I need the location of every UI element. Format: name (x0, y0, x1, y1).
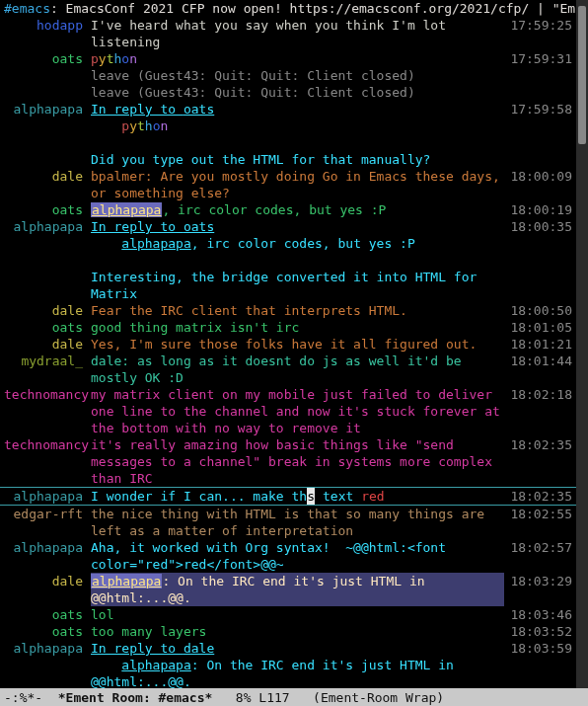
msg-row: hodapp I've heard what you say when you … (0, 17, 576, 50)
timestamp: 18:03:46 (504, 606, 572, 623)
topic-text: : EmacsConf 2021 CFP now open! https://e… (50, 0, 588, 17)
timestamp: 18:02:55 (504, 506, 572, 522)
msg-text: dale: as long as it doesnt do js as well… (91, 353, 504, 386)
msg-row: Did you type out the HTML for that manua… (0, 151, 576, 168)
python-word: python (91, 51, 137, 66)
mention[interactable]: alphapapa (91, 574, 162, 588)
system-row: leave (Guest43: Quit: Quit: Client close… (0, 84, 576, 101)
msg-text: too many layers (91, 623, 504, 640)
msg-text: bpalmer: Are you mostly doing Go in Emac… (91, 168, 504, 201)
timestamp: 18:03:52 (504, 623, 572, 640)
msg-text: Did you type out the HTML for that manua… (91, 151, 505, 168)
timestamp: 18:03:59 (504, 640, 572, 657)
msg-row: alphapapa In reply to oats 17:59:58 (0, 101, 576, 118)
msg-text: alphapapa: On the IRC end it's just HTML… (91, 657, 505, 688)
msg-row: alphapapa In reply to oats 18:00:35 (0, 218, 576, 235)
timestamp: 18:02:18 (504, 386, 572, 403)
modeline: -:%*- *Ement Room: #emacs* 8% L117 (Emen… (0, 688, 588, 706)
reply-target[interactable]: oats (184, 219, 214, 234)
nick: dale (4, 168, 91, 185)
mention-link[interactable]: alphapapa (121, 658, 190, 672)
msg-row: oats lol 18:03:46 (0, 606, 576, 623)
timestamp: 18:01:21 (504, 336, 572, 353)
msg-row: technomancy it's really amazing how basi… (0, 436, 576, 487)
msg-row: alphapapa, irc color codes, but yes :P (0, 235, 576, 252)
msg-row: alphapapa In reply to dale 18:03:59 (0, 640, 576, 657)
msg-text: Yes, I'm sure those folks have it all fi… (91, 336, 504, 353)
msg-text: In reply to oats (91, 101, 504, 118)
reply-target[interactable]: dale (184, 641, 214, 656)
timestamp: 18:00:09 (504, 168, 572, 185)
header-bar: #emacs : EmacsConf 2021 CFP now open! ht… (0, 0, 588, 17)
msg-text: Interesting, the bridge converted it int… (91, 269, 505, 302)
nick: hodapp (4, 17, 91, 34)
msg-row: python (0, 118, 576, 134)
nick: alphapapa (4, 101, 91, 118)
quote-tail: , irc color codes, but yes :P (191, 236, 415, 251)
nick: dale (4, 573, 91, 589)
nick: alphapapa (4, 488, 91, 505)
timestamp: 18:02:35 (504, 436, 572, 453)
timestamp: 17:59:58 (504, 101, 572, 118)
msg-text: Fear the IRC client that interprets HTML… (91, 302, 504, 319)
nick: oats (4, 606, 91, 623)
msg-row-highlight: dale alphapapa: On the IRC end it's just… (0, 573, 576, 606)
msg-text: In reply to oats (91, 218, 504, 235)
msg-text: I've heard what you say when you think I… (91, 17, 504, 50)
vertical-scrollbar[interactable] (576, 0, 588, 688)
red-word: red (361, 489, 384, 504)
msg-text: alphapapa, irc color codes, but yes :P (91, 201, 504, 218)
reply-link[interactable]: In reply to (91, 219, 184, 234)
msg-text: the nice thing with HTML is that so many… (91, 506, 504, 539)
timestamp: 18:01:05 (504, 319, 572, 336)
msg-text: alphapapa: On the IRC end it's just HTML… (91, 573, 504, 606)
msg-text: my matrix client on my mobile just faile… (91, 386, 504, 436)
msg-row: dale Fear the IRC client that interprets… (0, 302, 576, 319)
msg-row: mydraal_ dale: as long as it doesnt do j… (0, 353, 576, 386)
nick: technomancy (4, 436, 91, 453)
reply-link[interactable]: In reply to (91, 641, 184, 656)
reply-target[interactable]: oats (184, 102, 214, 117)
system-text: leave (Guest43: Quit: Quit: Client close… (91, 67, 505, 84)
msg-text: python (91, 50, 504, 67)
timestamp: 18:00:19 (504, 201, 572, 218)
mention[interactable]: alphapapa (91, 202, 162, 217)
msg-row: technomancy my matrix client on my mobil… (0, 386, 576, 436)
nick: alphapapa (4, 640, 91, 657)
msg-row: oats good thing matrix isn't irc 18:01:0… (0, 319, 576, 336)
buffer-name: *Ement Room: #emacs* (58, 689, 213, 706)
modeline-left: -:%*- (4, 689, 58, 706)
system-row: leave (Guest43: Quit: Quit: Client close… (0, 67, 576, 84)
msg-row: oats too many layers 18:03:52 (0, 623, 576, 640)
reply-link[interactable]: In reply to (91, 102, 184, 117)
timestamp: 17:59:25 (504, 17, 572, 34)
nick: oats (4, 50, 91, 67)
scrollbar-thumb[interactable] (578, 6, 586, 144)
msg-text: lol (91, 606, 504, 623)
nick: mydraal_ (4, 353, 91, 369)
msg-row: edgar-rft the nice thing with HTML is th… (0, 506, 576, 539)
nick: technomancy (4, 386, 91, 403)
system-text: leave (Guest43: Quit: Quit: Client close… (91, 84, 505, 101)
timestamp: 18:02:35 (504, 488, 572, 505)
msg-text: alphapapa, irc color codes, but yes :P (91, 235, 505, 252)
timestamp: 17:59:31 (504, 50, 572, 67)
msg-row: Interesting, the bridge converted it int… (0, 269, 576, 302)
timestamp: 18:03:29 (504, 573, 572, 589)
nick: alphapapa (4, 218, 91, 235)
msg-text: good thing matrix isn't irc (91, 319, 504, 336)
nick: oats (4, 201, 91, 218)
msg-text: Aha, it worked with Org syntax! ~@@html:… (91, 539, 504, 573)
nick: oats (4, 623, 91, 640)
nick: dale (4, 336, 91, 353)
channel-name: #emacs (4, 0, 50, 17)
nick: oats (4, 319, 91, 336)
msg-text: it's really amazing how basic things lik… (91, 436, 504, 487)
mention-link[interactable]: alphapapa (121, 236, 190, 251)
nick: alphapapa (4, 539, 91, 556)
irc-codes-tail: , irc color codes, but yes :P (162, 202, 386, 217)
chat-content[interactable]: hodapp I've heard what you say when you … (0, 17, 576, 688)
msg-row: dale Yes, I'm sure those folks have it a… (0, 336, 576, 353)
msg-row-current: alphapapa I wonder if I can... make ths … (0, 487, 576, 506)
msg-row: alphapapa Aha, it worked with Org syntax… (0, 539, 576, 573)
